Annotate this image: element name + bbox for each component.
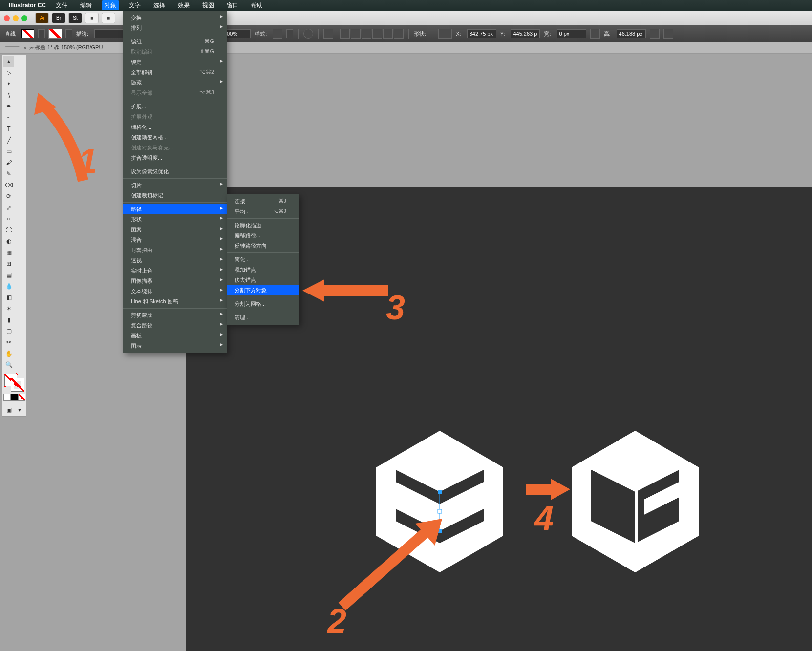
menu-item-隐藏[interactable]: 隐藏 <box>123 78 227 88</box>
color-mode-fill[interactable] <box>3 394 11 401</box>
change-screen-mode-button[interactable]: ▾ <box>14 404 25 415</box>
menu-item-文本绕排[interactable]: 文本绕排 <box>123 286 227 296</box>
scale-corners-icon[interactable] <box>650 29 660 39</box>
menu-item-混合[interactable]: 混合 <box>123 235 227 245</box>
menu-item-平均...[interactable]: 平均...⌥⌘J <box>227 207 299 217</box>
y-input[interactable] <box>511 29 540 38</box>
workspace-button[interactable]: ■ <box>102 13 115 23</box>
menu-item-透视[interactable]: 透视 <box>123 255 227 266</box>
zoom-tool[interactable]: 🔍 <box>3 359 14 370</box>
menu-item-分割为网格...[interactable]: 分割为网格... <box>227 299 299 309</box>
stroke-weight-input[interactable] <box>94 29 124 38</box>
type-tool[interactable]: T <box>3 124 14 134</box>
menu-文件[interactable]: 文件 <box>53 0 70 10</box>
scale-strokes-icon[interactable] <box>663 29 673 39</box>
menu-item-全部解锁[interactable]: 全部解锁⌥⌘2 <box>123 67 227 78</box>
menu-item-编组[interactable]: 编组⌘G <box>123 37 227 47</box>
menu-item-创建渐变网格...[interactable]: 创建渐变网格... <box>123 132 227 143</box>
style-swatch[interactable] <box>273 29 282 39</box>
selection-tool[interactable]: ▲ <box>3 56 14 67</box>
style-dropdown[interactable] <box>286 29 293 38</box>
menu-item-设为像素级优化[interactable]: 设为像素级优化 <box>123 167 227 177</box>
align-right-icon[interactable] <box>362 29 371 39</box>
direct-selection-tool[interactable]: ▷ <box>3 67 14 78</box>
color-mode-none[interactable] <box>18 394 25 401</box>
symbol-sprayer-tool[interactable]: ✶ <box>3 303 14 314</box>
menu-item-Line 和 Sketch 图稿[interactable]: Line 和 Sketch 图稿 <box>123 296 227 307</box>
logo-before[interactable] <box>366 426 513 577</box>
eraser-tool[interactable]: ⌫ <box>3 180 14 190</box>
hand-tool[interactable]: ✋ <box>3 348 14 359</box>
menu-item-拼合透明度...[interactable]: 拼合透明度... <box>123 153 227 163</box>
menu-item-图像描摹[interactable]: 图像描摹 <box>123 276 227 286</box>
align-left-icon[interactable] <box>340 29 350 39</box>
menu-item-剪切蒙版[interactable]: 剪切蒙版 <box>123 310 227 320</box>
artboard-tool[interactable]: ▢ <box>3 326 14 336</box>
shape-builder-tool[interactable]: ◐ <box>3 236 14 247</box>
menu-选择[interactable]: 选择 <box>150 0 168 10</box>
align-top-icon[interactable] <box>372 29 382 39</box>
document-tab-title[interactable]: 未标题-1* @ 150% (RGB/GPU <box>29 44 103 51</box>
align-hcenter-icon[interactable] <box>351 29 361 39</box>
menu-item-扩展...[interactable]: 扩展... <box>123 102 227 112</box>
fill-stroke-control[interactable] <box>3 373 25 392</box>
menu-编辑[interactable]: 编辑 <box>77 0 95 10</box>
menu-item-简化...[interactable]: 简化... <box>227 254 299 265</box>
menu-item-图表[interactable]: 图表 <box>123 341 227 351</box>
curvature-tool[interactable]: ~ <box>3 112 14 123</box>
magic-wand-tool[interactable]: ✦ <box>3 79 14 89</box>
transform-ref-icon[interactable] <box>438 29 452 39</box>
minimize-window-button[interactable] <box>13 15 19 21</box>
menu-视图[interactable]: 视图 <box>199 0 217 10</box>
x-input[interactable] <box>467 29 496 38</box>
menu-对象[interactable]: 对象 <box>102 0 119 10</box>
gradient-tool[interactable]: ▤ <box>3 270 14 280</box>
line-segment-tool[interactable]: ╱ <box>3 135 14 146</box>
bridge-button[interactable]: Br <box>52 13 65 23</box>
slice-tool[interactable]: ✂ <box>3 337 14 348</box>
pen-tool[interactable]: ✒ <box>3 101 14 112</box>
close-window-button[interactable] <box>4 15 10 21</box>
menu-item-移去锚点[interactable]: 移去锚点 <box>227 275 299 285</box>
stroke-dropdown[interactable] <box>65 29 72 38</box>
shaper-tool[interactable]: ✎ <box>3 168 14 179</box>
color-mode-gradient[interactable] <box>11 394 18 401</box>
menu-item-路径[interactable]: 路径 <box>123 204 227 214</box>
rectangle-tool[interactable]: ▭ <box>3 146 14 157</box>
menu-item-变换[interactable]: 变换 <box>123 13 227 23</box>
menu-item-画板[interactable]: 画板 <box>123 331 227 341</box>
menu-item-清理...[interactable]: 清理... <box>227 313 299 323</box>
arrange-documents-button[interactable]: ■ <box>85 13 99 23</box>
fill-swatch[interactable] <box>21 29 34 38</box>
fill-dropdown[interactable] <box>38 29 45 38</box>
menu-窗口[interactable]: 窗口 <box>224 0 241 10</box>
ai-home-button[interactable]: Ai <box>35 13 49 23</box>
menu-item-封套扭曲[interactable]: 封套扭曲 <box>123 245 227 255</box>
maximize-window-button[interactable] <box>21 15 27 21</box>
width-tool[interactable]: ↔ <box>3 213 14 224</box>
menu-item-实时上色[interactable]: 实时上色 <box>123 266 227 276</box>
menu-item-连接[interactable]: 连接⌘J <box>227 196 299 207</box>
stroke-swatch[interactable] <box>49 29 62 38</box>
menu-文字[interactable]: 文字 <box>126 0 144 10</box>
recolor-icon[interactable] <box>303 29 313 39</box>
menu-item-复合路径[interactable]: 复合路径 <box>123 320 227 331</box>
menu-item-添加锚点[interactable]: 添加锚点 <box>227 265 299 275</box>
paintbrush-tool[interactable]: 🖌 <box>3 157 14 168</box>
menu-item-切片[interactable]: 切片 <box>123 180 227 190</box>
menu-item-栅格化...[interactable]: 栅格化... <box>123 122 227 132</box>
screen-mode-button[interactable]: ▣ <box>3 404 14 415</box>
menu-效果[interactable]: 效果 <box>175 0 192 10</box>
menu-帮助[interactable]: 帮助 <box>248 0 266 10</box>
column-graph-tool[interactable]: ▮ <box>3 315 14 325</box>
align-bottom-icon[interactable] <box>394 29 404 39</box>
free-transform-tool[interactable]: ⛶ <box>3 225 14 235</box>
perspective-grid-tool[interactable]: ▦ <box>3 247 14 258</box>
eyedropper-tool[interactable]: 💧 <box>3 281 14 292</box>
link-wh-icon[interactable] <box>590 29 600 39</box>
menu-item-形状[interactable]: 形状 <box>123 214 227 225</box>
close-tab-button[interactable]: × <box>23 45 26 51</box>
menu-item-偏移路径...[interactable]: 偏移路径... <box>227 231 299 241</box>
stock-button[interactable]: St <box>68 13 82 23</box>
menu-item-排列[interactable]: 排列 <box>123 23 227 33</box>
